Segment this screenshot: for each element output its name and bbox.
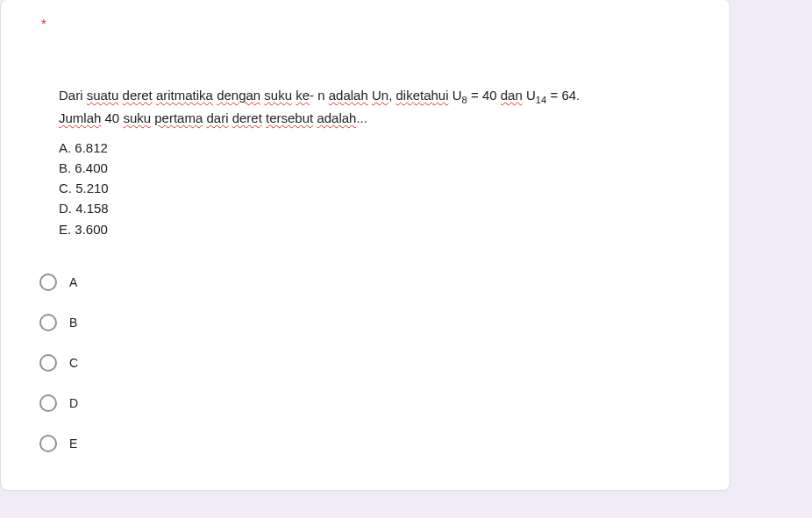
option-c[interactable]: C (39, 343, 709, 383)
radio-icon[interactable] (39, 314, 57, 331)
radio-icon[interactable] (39, 435, 57, 452)
question-text: Dari suatu deret aritmatika dengan suku … (59, 85, 691, 239)
option-a[interactable]: A (39, 262, 709, 302)
option-d[interactable]: D (39, 383, 709, 423)
radio-icon[interactable] (39, 394, 57, 412)
option-label: B (69, 316, 77, 330)
option-label: E (69, 436, 77, 451)
radio-options: ABCDE (39, 262, 709, 464)
required-asterisk: * (41, 16, 709, 31)
option-label: A (69, 275, 77, 289)
answer-choices-text: A. 6.812B. 6.400C. 5.210D. 4.158E. 3.600 (59, 138, 691, 239)
option-b[interactable]: B (39, 302, 709, 343)
question-card: * Dari suatu deret aritmatika dengan suk… (0, 0, 730, 491)
radio-icon[interactable] (39, 354, 57, 372)
answer-line: E. 3.600 (59, 219, 691, 239)
answer-line: C. 5.210 (59, 178, 691, 198)
answer-line: D. 4.158 (59, 198, 691, 218)
option-e[interactable]: E (39, 423, 709, 464)
option-label: C (69, 356, 78, 370)
option-label: D (69, 396, 78, 410)
question-line-2: Jumlah 40 suku pertama dari deret terseb… (59, 108, 691, 128)
answer-line: B. 6.400 (59, 158, 691, 178)
question-line-1: Dari suatu deret aritmatika dengan suku … (59, 85, 691, 108)
radio-icon[interactable] (39, 273, 57, 291)
answer-line: A. 6.812 (59, 138, 691, 158)
